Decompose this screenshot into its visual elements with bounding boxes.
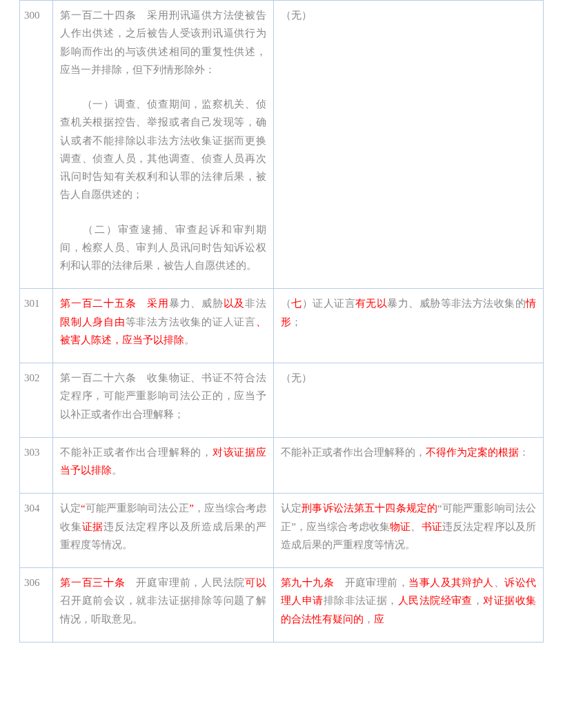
text-segment: ： [519, 447, 529, 458]
paragraph: 第一百二十五条 采用暴力、威胁以及非法限制人身自由等非法方法收集的证人证言、被害… [60, 294, 266, 349]
paragraph: （无） [281, 6, 536, 24]
text-segment: 以及 [224, 298, 246, 309]
text-segment: 人民法院经审查 [398, 595, 473, 606]
text-segment: 暴力、威胁等非法方法收集的 [387, 298, 526, 309]
table-row: 301第一百二十五条 采用暴力、威胁以及非法限制人身自由等非法方法收集的证人证言… [20, 289, 544, 363]
paragraph: 第一百二十六条 收集物证、书证不符合法定程序，可能严重影响司法公正的，应当予以补… [60, 369, 266, 423]
paragraph: 不能补正或者作出合理解释的，不得作为定案的根据： [281, 443, 536, 461]
paragraph: 认定刑事诉讼法第五十四条规定的“可能严重影响司法公正”，应当综合考虑收集物证、书… [281, 499, 536, 554]
right-cell: （七）证人证言有无以暴力、威胁等非法方法收集的情形； [274, 289, 544, 363]
row-number: 306 [20, 568, 53, 643]
text-segment: （二）审查逮捕、审查起诉和审判期间，检察人员、审判人员讯问时告知诉讼权利和认罪的… [60, 224, 266, 272]
paragraph: 第一百三十条 开庭审理前，人民法院可以召开庭前会议，就非法证据排除等问题了解情况… [60, 574, 266, 628]
text-segment: 第一百二十五条 采用 [60, 298, 169, 309]
text-segment: 开庭审理前， [334, 577, 408, 588]
left-cell: 认定“可能严重影响司法公正”，应当综合考虑收集证据违反法定程序以及所造成后果的严… [53, 494, 274, 568]
text-segment: ； [291, 316, 302, 327]
text-segment: 应 [374, 614, 384, 625]
left-cell: 第一百二十四条 采用刑讯逼供方法使被告人作出供述，之后被告人受该刑讯逼供行为影响… [53, 1, 274, 289]
right-cell: （无） [274, 1, 544, 289]
text-segment: 不能补正或者作出合理解释的， [60, 447, 213, 458]
text-segment: 认定 [281, 503, 302, 514]
comparison-table: 300第一百二十四条 采用刑讯逼供方法使被告人作出供述，之后被告人受该刑讯逼供行… [19, 0, 544, 643]
text-segment: 书证 [422, 521, 442, 532]
text-segment: ， [364, 614, 374, 625]
text-segment: 刑事诉讼法第五十四条规定的 [302, 503, 437, 514]
text-segment: 排除非法证据， [324, 595, 398, 606]
text-segment: 、 [411, 521, 421, 532]
left-cell: 第一百二十五条 采用暴力、威胁以及非法限制人身自由等非法方法收集的证人证言、被害… [53, 289, 274, 363]
right-cell: 不能补正或者作出合理解释的，不得作为定案的根据： [274, 437, 544, 494]
table-row: 302第一百二十六条 收集物证、书证不符合法定程序，可能严重影响司法公正的，应当… [20, 363, 544, 438]
left-cell: 第一百三十条 开庭审理前，人民法院可以召开庭前会议，就非法证据排除等问题了解情况… [53, 568, 274, 643]
text-segment: 可能严重影响司法公正 [86, 503, 189, 514]
table-row: 306第一百三十条 开庭审理前，人民法院可以召开庭前会议，就非法证据排除等问题了… [20, 568, 544, 643]
row-number: 304 [20, 494, 53, 568]
row-number: 300 [20, 1, 53, 289]
text-segment: 有无以 [355, 298, 387, 309]
table-row: 303不能补正或者作出合理解释的，对该证据应当予以排除。不能补正或者作出合理解释… [20, 437, 544, 494]
text-segment: 。 [184, 334, 195, 345]
text-segment: 第一百三十条 [60, 577, 126, 588]
row-number: 302 [20, 363, 53, 438]
text-segment: 可以 [245, 577, 266, 588]
text-segment: 不得作为定案的根据 [426, 447, 519, 458]
paragraph: （七）证人证言有无以暴力、威胁等非法方法收集的情形； [281, 294, 536, 331]
table-body: 300第一百二十四条 采用刑讯逼供方法使被告人作出供述，之后被告人受该刑讯逼供行… [20, 1, 544, 643]
row-number: 301 [20, 289, 53, 363]
paragraph: （一）调查、侦查期间，监察机关、侦查机关根据控告、举报或者自己发现等，确认或者不… [60, 95, 266, 204]
text-segment: （ [281, 298, 291, 309]
paragraph: 第九十九条 开庭审理前，当事人及其辩护人、诉讼代理人申请排除非法证据，人民法院经… [281, 574, 536, 628]
text-segment: ” [189, 503, 194, 514]
row-number: 303 [20, 437, 53, 494]
paragraph: （无） [281, 369, 536, 387]
text-segment: 等非法方法收集的证人证言 [126, 316, 256, 327]
text-segment: “ [81, 503, 86, 514]
paragraph: 不能补正或者作出合理解释的，对该证据应当予以排除。 [60, 443, 266, 480]
paragraph: 认定“可能严重影响司法公正”，应当综合考虑收集证据违反法定程序以及所造成后果的严… [60, 499, 266, 554]
text-segment: ）证人证言 [302, 298, 355, 309]
table-row: 304认定“可能严重影响司法公正”，应当综合考虑收集证据违反法定程序以及所造成后… [20, 494, 544, 568]
right-cell: 第九十九条 开庭审理前，当事人及其辩护人、诉讼代理人申请排除非法证据，人民法院经… [274, 568, 544, 643]
text-segment: （一）调查、侦查期间，监察机关、侦查机关根据控告、举报或者自己发现等，确认或者不… [60, 99, 266, 200]
text-segment: 第九十九条 [281, 577, 334, 588]
text-segment: 物证 [390, 521, 411, 532]
paragraph: （二）审查逮捕、审查起诉和审判期间，检察人员、审判人员讯问时告知诉讼权利和认罪的… [60, 221, 266, 275]
text-segment: 证据 [82, 521, 104, 532]
text-segment: 开庭审理前，人民法院 [126, 577, 246, 588]
right-cell: 认定刑事诉讼法第五十四条规定的“可能严重影响司法公正”，应当综合考虑收集物证、书… [274, 494, 544, 568]
text-segment: （无） [281, 10, 312, 21]
text-segment: 召开庭前会议，就非法证据排除等问题了解情况，听取意见。 [60, 595, 266, 624]
text-segment: 七 [291, 298, 302, 309]
text-segment: 非法 [245, 298, 266, 309]
text-segment: 暴力、威胁 [169, 298, 224, 309]
left-cell: 不能补正或者作出合理解释的，对该证据应当予以排除。 [53, 437, 274, 494]
text-segment: 认定 [60, 503, 81, 514]
text-segment: 。 [112, 465, 122, 476]
text-segment: 第一百二十四条 采用刑讯逼供方法使被告人作出供述，之后被告人受该刑讯逼供行为影响… [60, 10, 266, 75]
text-segment: 、 [494, 577, 504, 588]
left-cell: 第一百二十六条 收集物证、书证不符合法定程序，可能严重影响司法公正的，应当予以补… [53, 363, 274, 438]
right-cell: （无） [274, 363, 544, 438]
text-segment: 当事人及其辩护人 [408, 577, 493, 588]
text-segment: 不能补正或者作出合理解释的， [281, 447, 426, 458]
text-segment: 第一百二十六条 收集物证、书证不符合法定程序，可能严重影响司法公正的，应当予以补… [60, 372, 266, 420]
paragraph: 第一百二十四条 采用刑讯逼供方法使被告人作出供述，之后被告人受该刑讯逼供行为影响… [60, 6, 266, 79]
text-segment: ， [473, 595, 483, 606]
table-row: 300第一百二十四条 采用刑讯逼供方法使被告人作出供述，之后被告人受该刑讯逼供行… [20, 1, 544, 289]
text-segment: （无） [281, 372, 312, 383]
text-segment: 限制人身自由 [60, 316, 126, 327]
